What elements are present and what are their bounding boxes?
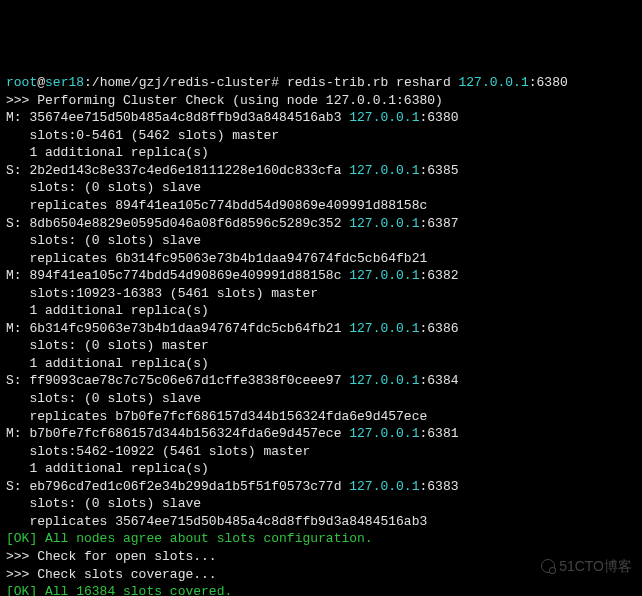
node-header-0: M: 35674ee715d50b485a4c8d8ffb9d3a8484516… [6,109,636,127]
node-slots-2: slots: (0 slots) slave [6,232,636,250]
node-header-4: M: 6b314fc95063e73b4b1daa947674fdc5cb64f… [6,320,636,338]
node-slots-6: slots:5462-10922 (5461 slots) master [6,443,636,461]
ok-slots-config: [OK] All nodes agree about slots configu… [6,530,636,548]
node-header-6: M: b7b0fe7fcf686157d344b156324fda6e9d457… [6,425,636,443]
check-open-slots: >>> Check for open slots... [6,548,636,566]
shell-prompt: root@ser18:/home/gzj/redis-cluster# redi… [6,74,636,92]
check-slots-coverage: >>> Check slots coverage... [6,566,636,584]
node-extra-4: 1 additional replica(s) [6,355,636,373]
node-slots-0: slots:0-5461 (5462 slots) master [6,127,636,145]
cluster-check-header: >>> Performing Cluster Check (using node… [6,92,636,110]
node-header-1: S: 2b2ed143c8e337c4ed6e18111228e160dc833… [6,162,636,180]
node-header-2: S: 8db6504e8829e0595d046a08f6d8596c5289c… [6,215,636,233]
node-extra-5: replicates b7b0fe7fcf686157d344b156324fd… [6,408,636,426]
node-slots-7: slots: (0 slots) slave [6,495,636,513]
node-slots-1: slots: (0 slots) slave [6,179,636,197]
node-extra-7: replicates 35674ee715d50b485a4c8d8ffb9d3… [6,513,636,531]
node-extra-1: replicates 894f41ea105c774bdd54d90869e40… [6,197,636,215]
node-extra-0: 1 additional replica(s) [6,144,636,162]
node-header-5: S: ff9093cae78c7c75c06e67d1cffe3838f0cee… [6,372,636,390]
node-slots-5: slots: (0 slots) slave [6,390,636,408]
node-extra-3: 1 additional replica(s) [6,302,636,320]
node-extra-2: replicates 6b314fc95063e73b4b1daa947674f… [6,250,636,268]
ok-slots-covered: [OK] All 16384 slots covered. [6,583,636,596]
node-header-7: S: eb796cd7ed1c06f2e34b299da1b5f51f0573c… [6,478,636,496]
node-slots-3: slots:10923-16383 (5461 slots) master [6,285,636,303]
node-header-3: M: 894f41ea105c774bdd54d90869e409991d881… [6,267,636,285]
terminal-output[interactable]: root@ser18:/home/gzj/redis-cluster# redi… [6,74,636,596]
node-extra-6: 1 additional replica(s) [6,460,636,478]
node-slots-4: slots: (0 slots) master [6,337,636,355]
